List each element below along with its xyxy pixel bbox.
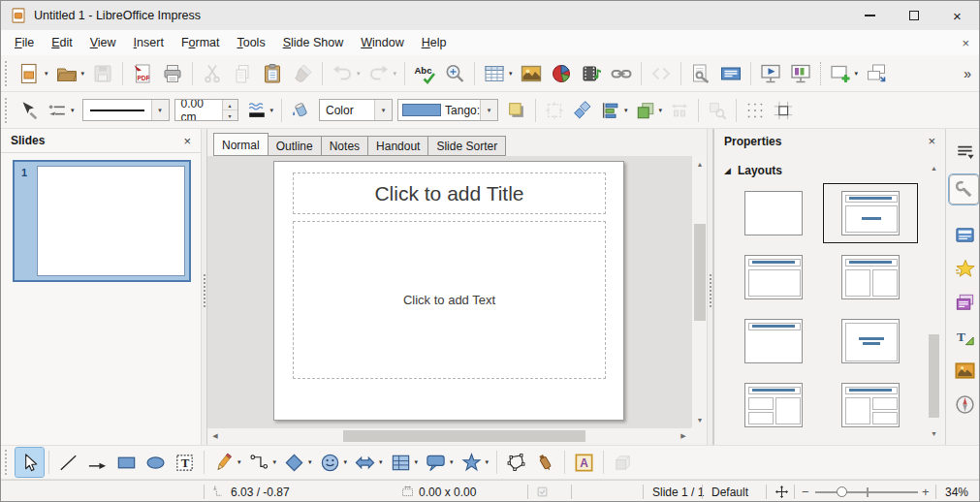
callout-shapes-button[interactable]: ▾ [422, 448, 457, 477]
cut-button[interactable] [198, 58, 227, 89]
curve-button[interactable]: ▾ [209, 448, 244, 477]
fill-type-value[interactable]: Color [320, 104, 374, 117]
symbol-shapes-button[interactable]: ▾ [316, 448, 351, 477]
duplicate-slide-button[interactable] [862, 58, 891, 89]
transform-button[interactable] [541, 95, 568, 126]
dropdown-arrow[interactable]: ▾ [270, 107, 274, 114]
panel-splitter[interactable] [201, 129, 207, 445]
layout-title-two-content[interactable] [823, 247, 918, 307]
sidebar-tab-styles[interactable] [952, 324, 977, 349]
menu-format[interactable]: Format [173, 32, 229, 53]
dropdown-arrow[interactable]: ▾ [237, 458, 241, 466]
menu-file[interactable]: File [6, 32, 43, 53]
fill-type-select[interactable]: Color ▾ [319, 99, 393, 121]
line-style-dropdown[interactable]: ▾ [151, 100, 169, 120]
dropdown-arrow[interactable]: ▾ [486, 458, 490, 466]
distribute-button[interactable] [666, 95, 693, 126]
layouts-scrollbar-thumb[interactable] [929, 334, 939, 418]
dropdown-arrow[interactable]: ▾ [855, 70, 859, 78]
dropdown-arrow[interactable]: ▾ [273, 458, 277, 466]
line-style-select[interactable]: ▾ [82, 99, 170, 121]
star-shapes-button[interactable]: ▾ [458, 448, 492, 477]
fill-color-dropdown[interactable]: ▾ [480, 100, 497, 120]
toolbar-grip[interactable] [5, 450, 11, 475]
dropdown-arrow[interactable]: ▾ [71, 107, 75, 114]
fontwork-button[interactable] [570, 448, 598, 477]
zoom-level[interactable]: 34% [945, 481, 968, 502]
dropdown-arrow[interactable]: ▾ [45, 70, 48, 78]
layouts-scroll-down-button[interactable]: ▼ [927, 425, 941, 441]
layout-thumbnail[interactable] [841, 191, 900, 235]
block-arrows-button[interactable]: ▾ [351, 448, 386, 477]
glue-points-button[interactable] [531, 448, 559, 477]
layout-title-2content-content[interactable] [726, 375, 821, 435]
insert-image-button[interactable] [517, 58, 546, 89]
maximize-button[interactable] [892, 1, 935, 30]
dropdown-arrow[interactable]: ▾ [624, 107, 628, 114]
display-grid-button[interactable] [742, 95, 769, 126]
layout-blank[interactable] [726, 183, 821, 243]
copy-button[interactable] [228, 58, 257, 89]
layout-thumbnail[interactable] [841, 319, 900, 363]
slides-panel-close-button[interactable]: × [183, 134, 191, 148]
layouts-scroll-up-button[interactable]: ▲ [927, 160, 941, 175]
layout-title-content-2content[interactable] [823, 375, 918, 435]
layouts-section-header[interactable]: ◢ Layouts [724, 164, 782, 177]
sidebar-tab-animation[interactable] [952, 256, 977, 281]
minimize-button[interactable] [848, 1, 892, 30]
sidebar-tab-gallery[interactable] [952, 358, 977, 383]
tab-outline[interactable]: Outline [269, 136, 322, 156]
fill-color-name[interactable]: Tango: Sky [441, 104, 480, 117]
sidebar-tab-navigator[interactable] [952, 392, 977, 417]
flowchart-button[interactable]: ▾ [387, 448, 422, 477]
master-slide-button[interactable] [786, 58, 815, 89]
zoom-slider[interactable] [815, 491, 918, 493]
dropdown-arrow[interactable]: ▾ [379, 458, 383, 466]
fit-slide-button[interactable] [775, 481, 789, 502]
arrow-style-button[interactable]: ▾ [44, 95, 78, 126]
spin-down-button[interactable]: ▾ [223, 110, 237, 120]
zoom-out-button[interactable]: − [802, 481, 809, 502]
dropdown-arrow[interactable]: ▾ [509, 70, 513, 78]
sidebar-tab-properties[interactable] [949, 174, 979, 204]
menu-window[interactable]: Window [352, 32, 412, 53]
layout-thumbnail[interactable] [744, 255, 803, 299]
splitter-handle[interactable] [710, 274, 711, 307]
line-width-value[interactable]: 0.00 cm [175, 99, 222, 121]
zoom-in-button[interactable]: + [922, 481, 930, 502]
slide-indicator[interactable]: Slide 1 / 1 [652, 481, 704, 502]
horizontal-scrollbar-thumb[interactable] [343, 430, 585, 442]
text-box-draw-button[interactable] [171, 448, 199, 477]
menu-view[interactable]: View [81, 32, 125, 53]
paste-button[interactable] [258, 58, 287, 89]
dropdown-arrow[interactable]: ▾ [81, 70, 85, 78]
shadow-button[interactable] [503, 95, 530, 126]
menu-help[interactable]: Help [413, 32, 456, 53]
insert-table-button[interactable]: ▾ [480, 58, 516, 89]
sidebar-tab-slide-transition[interactable] [952, 222, 977, 247]
fill-type-dropdown[interactable]: ▾ [374, 100, 392, 120]
edit-points-mode-button[interactable] [16, 95, 43, 126]
scroll-right-button[interactable]: ▶ [676, 428, 691, 444]
layout-thumbnail[interactable] [744, 383, 803, 427]
line-ends-arrow-button[interactable] [83, 448, 111, 477]
align-objects-button[interactable]: ▾ [597, 95, 631, 126]
dropdown-arrow[interactable]: ▾ [450, 458, 454, 466]
layout-thumbnail[interactable] [744, 191, 803, 235]
ellipse-button[interactable] [142, 448, 170, 477]
select-button[interactable] [16, 448, 44, 477]
extrusion-button[interactable] [609, 448, 637, 477]
scroll-left-button[interactable]: ◀ [207, 428, 223, 444]
layouts-scrollbar[interactable]: ▲ ▼ [927, 160, 941, 441]
menu-tools[interactable]: Tools [228, 32, 273, 53]
zoom-slider-thumb[interactable] [837, 486, 847, 497]
enter-group-button[interactable] [704, 95, 731, 126]
spin-up-button[interactable]: ▴ [223, 100, 237, 110]
tab-handout[interactable]: Handout [368, 136, 428, 156]
start-from-first-slide-button[interactable] [756, 58, 785, 89]
insert-hyperlink-button[interactable] [607, 58, 636, 89]
clone-formatting-button[interactable] [288, 58, 317, 89]
vertical-scrollbar-thumb[interactable] [694, 224, 706, 321]
undo-button[interactable]: ▾ [328, 58, 364, 89]
insert-chart-button[interactable] [547, 58, 576, 89]
